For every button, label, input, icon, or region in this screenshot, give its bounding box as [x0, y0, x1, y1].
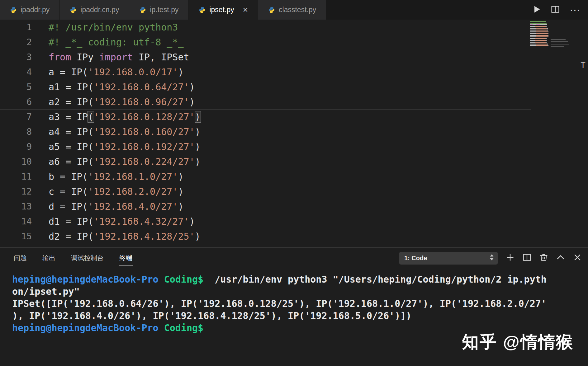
tab-ipaddr.cn.py[interactable]: ipaddr.cn.py: [60, 0, 129, 20]
terminal-selector[interactable]: 1: Code: [399, 252, 498, 265]
tab-bar: ipaddr.pyipaddr.cn.pyip.test.pyipset.py×…: [0, 0, 588, 20]
code-line[interactable]: 4a = IP('192.168.0.0/17'): [0, 64, 531, 79]
close-tab-icon[interactable]: ×: [243, 6, 248, 14]
minimap-lines: [530, 21, 551, 46]
panel-header: 问题输出调试控制台终端 1: Code: [0, 248, 588, 268]
code-line[interactable]: 5a1 = IP('192.168.0.64/27'): [0, 79, 531, 94]
code-line[interactable]: 12c = IP('192.168.2.0/27'): [0, 184, 531, 199]
code-text: a1 = IP('192.168.0.64/27'): [32, 82, 195, 92]
panel-tab-终端[interactable]: 终端: [119, 251, 133, 265]
tab-label: ipaddr.py: [21, 6, 50, 14]
code-text: a3 = IP('192.168.0.128/27'): [32, 111, 201, 122]
tab-label: ip.test.py: [150, 6, 178, 14]
terminal-line: heping@hepingdeMacBook-Pro Coding$ /usr/…: [12, 273, 588, 285]
watermark: 知乎 @惰惰猴: [462, 331, 574, 354]
maximize-panel-button[interactable]: [556, 253, 565, 263]
minimap-extra: [551, 38, 571, 48]
chevron-up-icon: [556, 253, 565, 263]
trash-icon: [539, 253, 548, 263]
minimap-line: [530, 31, 551, 32]
code-editor[interactable]: 1#! /usr/bin/env python32#! _*_ coding: …: [0, 20, 588, 247]
tab-ip.test.py[interactable]: ip.test.py: [129, 0, 189, 20]
line-number: 5: [0, 82, 32, 92]
code-line[interactable]: 15d2 = IP('192.168.4.128/25'): [0, 229, 531, 244]
tab-ipset.py[interactable]: ipset.py×: [189, 0, 258, 20]
code-line[interactable]: 11b = IP('192.168.1.0/27'): [0, 169, 531, 184]
split-panel-icon: [523, 253, 531, 263]
code-line[interactable]: 14d1 = IP('192.168.4.32/27'): [0, 214, 531, 229]
code-line[interactable]: 8a4 = IP('192.168.0.160/27'): [0, 124, 531, 139]
ellipsis-icon: ⋯: [570, 5, 581, 15]
line-number: 11: [0, 171, 32, 182]
code-line[interactable]: 3from IPy import IP, IPSet: [0, 49, 531, 64]
code-text: c = IP('192.168.2.0/27'): [32, 186, 183, 197]
line-number: 1: [0, 22, 32, 32]
kill-terminal-button[interactable]: [539, 253, 548, 263]
minimap-line: [530, 28, 551, 29]
plus-icon: [506, 253, 514, 263]
code-line[interactable]: 2#! _*_ coding: utf-8 _*_: [0, 35, 531, 49]
more-actions-button[interactable]: ⋯: [570, 5, 581, 15]
terminal-line: on/ipset.py": [12, 285, 588, 298]
python-file-icon: [10, 7, 17, 13]
minimap-line: [530, 45, 551, 46]
panel-tab-输出[interactable]: 输出: [42, 251, 56, 265]
code-lines: 1#! /usr/bin/env python32#! _*_ coding: …: [0, 20, 531, 244]
minimap-line: [530, 33, 551, 34]
python-file-icon: [139, 7, 146, 13]
run-button[interactable]: [532, 5, 541, 15]
code-text: a4 = IP('192.168.0.160/27'): [32, 126, 201, 137]
code-text: b = IP('192.168.1.0/27'): [32, 171, 183, 182]
tab-ipaddr.py[interactable]: ipaddr.py: [0, 0, 60, 20]
line-number: 14: [0, 216, 32, 227]
minimap-line: [530, 30, 551, 30]
tabs-container: ipaddr.pyipaddr.cn.pyip.test.pyipset.py×…: [0, 0, 326, 20]
minimap[interactable]: [530, 21, 551, 47]
minimap-line: [530, 26, 551, 27]
terminal-output[interactable]: heping@hepingdeMacBook-Pro Coding$ /usr/…: [0, 268, 588, 334]
code-text: a = IP('192.168.0.0/17'): [32, 67, 183, 77]
python-file-icon: [70, 7, 77, 13]
line-number: 12: [0, 186, 32, 197]
panel-tab-问题[interactable]: 问题: [13, 251, 27, 265]
line-number: 10: [0, 157, 32, 167]
minimap-line: [530, 40, 551, 41]
minimap-line: [530, 24, 551, 25]
panel-tab-调试控制台[interactable]: 调试控制台: [70, 251, 104, 265]
split-editor-button[interactable]: [551, 5, 560, 15]
code-text: d1 = IP('192.168.4.32/27'): [32, 216, 195, 227]
new-terminal-button[interactable]: [506, 253, 514, 263]
code-text: d2 = IP('192.168.4.128/25'): [32, 231, 201, 242]
code-text: a2 = IP('192.168.0.96/27'): [32, 96, 195, 107]
code-line[interactable]: 7a3 = IP('192.168.0.128/27'): [0, 109, 531, 124]
tab-label: ipset.py: [209, 6, 234, 14]
editor-actions: ⋯: [532, 0, 588, 20]
code-line[interactable]: 10a6 = IP('192.168.0.224/27'): [0, 154, 531, 169]
code-line[interactable]: 1#! /usr/bin/env python3: [0, 20, 531, 35]
close-panel-button[interactable]: [573, 253, 582, 263]
minimap-line: [530, 36, 551, 37]
line-number: 4: [0, 67, 32, 77]
line-number: 3: [0, 52, 32, 62]
split-editor-icon: [551, 5, 560, 15]
minimap-line: [530, 38, 551, 39]
split-terminal-button[interactable]: [523, 253, 531, 263]
code-text: #! /usr/bin/env python3: [32, 22, 178, 33]
line-number: 7: [0, 112, 32, 122]
terminal-line: ), IP('192.168.4.0/26'), IP('192.168.4.1…: [12, 310, 588, 322]
chevron-updown-icon: [490, 254, 494, 263]
minimap-line: [530, 44, 551, 45]
code-text: from IPy import IP, IPSet: [32, 52, 189, 63]
python-file-icon: [268, 7, 275, 13]
line-number: 9: [0, 142, 32, 152]
tab-classtest.py[interactable]: classtest.py: [258, 0, 326, 20]
vscode-window: ipaddr.pyipaddr.cn.pyip.test.pyipset.py×…: [0, 0, 588, 366]
play-icon: [532, 5, 541, 15]
code-line[interactable]: 9a5 = IP('192.168.0.192/27'): [0, 139, 531, 154]
line-number: 2: [0, 37, 32, 47]
code-line[interactable]: 6a2 = IP('192.168.0.96/27'): [0, 94, 531, 109]
code-line[interactable]: 13d = IP('192.168.4.0/27'): [0, 199, 531, 214]
code-text: a5 = IP('192.168.0.192/27'): [32, 141, 201, 152]
code-text: #! _*_ coding: utf-8 _*_: [32, 37, 183, 48]
line-number: 13: [0, 201, 32, 212]
